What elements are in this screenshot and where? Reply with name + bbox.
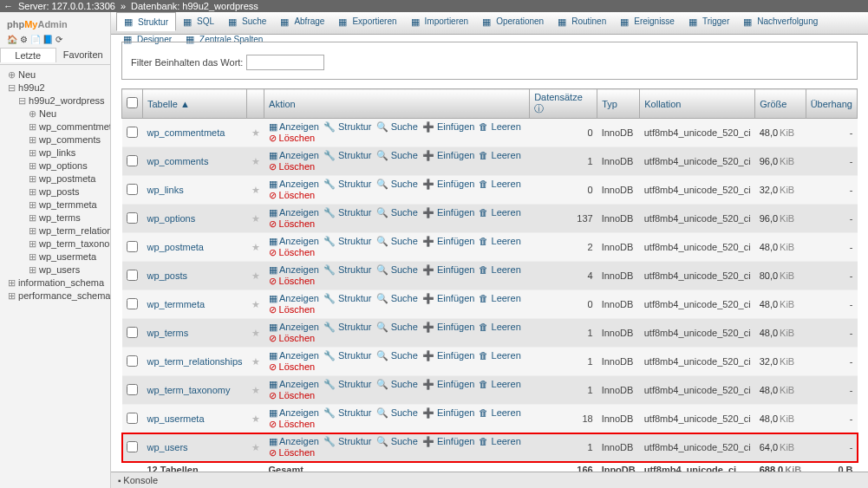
star-icon[interactable]: ★ — [251, 299, 260, 309]
drop-action[interactable]: ⊘ Löschen — [269, 247, 316, 257]
search-action[interactable]: 🔍 Suche — [376, 207, 418, 218]
row-checkbox[interactable] — [127, 441, 138, 452]
drop-action[interactable]: ⊘ Löschen — [269, 190, 316, 200]
empty-action[interactable]: 🗑 Leeren — [479, 407, 520, 418]
filter-input[interactable] — [246, 55, 324, 70]
table-name-link[interactable]: wp_postmeta — [143, 233, 247, 262]
star-icon[interactable]: ★ — [251, 385, 260, 395]
table-name-link[interactable]: wp_options — [143, 205, 247, 233]
drop-action[interactable]: ⊘ Löschen — [269, 133, 316, 143]
table-name-link[interactable]: wp_links — [143, 176, 247, 205]
insert-action[interactable]: ➕ Einfügen — [422, 150, 474, 160]
insert-action[interactable]: ➕ Einfügen — [422, 379, 474, 389]
insert-action[interactable]: ➕ Einfügen — [422, 121, 474, 132]
browse-action[interactable]: ▦ Anzeigen — [269, 293, 319, 303]
tree-item-wp_postmeta[interactable]: ⊞ wp_postmeta — [2, 172, 108, 185]
favorites-tab[interactable]: Favoriten — [56, 48, 111, 62]
star-icon[interactable]: ★ — [251, 413, 260, 424]
browse-action[interactable]: ▦ Anzeigen — [269, 379, 319, 389]
row-checkbox[interactable] — [127, 384, 138, 395]
star-icon[interactable]: ★ — [251, 156, 260, 166]
empty-action[interactable]: 🗑 Leeren — [479, 179, 520, 189]
tree-item-wp_options[interactable]: ⊞ wp_options — [2, 159, 108, 172]
empty-action[interactable]: 🗑 Leeren — [479, 293, 520, 303]
row-checkbox[interactable] — [127, 298, 138, 309]
structure-action[interactable]: 🔧 Struktur — [323, 207, 372, 218]
row-checkbox[interactable] — [127, 413, 138, 424]
tree-db[interactable]: ⊟ h99u2 — [2, 81, 108, 94]
tree-item-wp_usermeta[interactable]: ⊞ wp_usermeta — [2, 251, 108, 264]
structure-action[interactable]: 🔧 Struktur — [323, 293, 372, 303]
tree-item-wp_termmeta[interactable]: ⊞ wp_termmeta — [2, 198, 108, 211]
tab-importieren[interactable]: ▦Importieren — [404, 13, 476, 30]
drop-action[interactable]: ⊘ Löschen — [269, 304, 316, 315]
table-name-link[interactable]: wp_commentmeta — [143, 119, 247, 147]
empty-action[interactable]: 🗑 Leeren — [479, 150, 520, 160]
insert-action[interactable]: ➕ Einfügen — [422, 264, 474, 275]
insert-action[interactable]: ➕ Einfügen — [422, 322, 474, 332]
empty-action[interactable]: 🗑 Leeren — [479, 436, 520, 446]
tab-trigger[interactable]: ▦Trigger — [682, 13, 736, 30]
row-checkbox[interactable] — [127, 327, 138, 338]
table-name-link[interactable]: wp_comments — [143, 147, 247, 176]
star-icon[interactable]: ★ — [251, 185, 260, 195]
search-action[interactable]: 🔍 Suche — [376, 293, 418, 303]
structure-action[interactable]: 🔧 Struktur — [323, 350, 372, 361]
row-checkbox[interactable] — [127, 155, 138, 166]
server-crumb[interactable]: Server: 127.0.0.1:3306 — [18, 1, 115, 11]
empty-action[interactable]: 🗑 Leeren — [479, 379, 520, 389]
star-icon[interactable]: ★ — [251, 442, 260, 452]
structure-action[interactable]: 🔧 Struktur — [323, 407, 372, 418]
search-action[interactable]: 🔍 Suche — [376, 150, 418, 160]
row-checkbox[interactable] — [127, 127, 138, 138]
tree-item-wp_links[interactable]: ⊞ wp_links — [2, 146, 108, 159]
browse-action[interactable]: ▦ Anzeigen — [269, 236, 319, 246]
tree-item-wp_terms[interactable]: ⊞ wp_terms — [2, 211, 108, 224]
browse-action[interactable]: ▦ Anzeigen — [269, 264, 319, 275]
toolbar-icons[interactable]: 🏠 ⚙ 📄 📘 ⟳ — [0, 35, 110, 44]
col-table[interactable]: Tabelle ▲ — [143, 89, 247, 119]
insert-action[interactable]: ➕ Einfügen — [422, 436, 474, 446]
tab-routinen[interactable]: ▦Routinen — [551, 13, 613, 30]
col-type[interactable]: Typ — [597, 89, 640, 119]
browse-action[interactable]: ▦ Anzeigen — [269, 436, 319, 446]
search-action[interactable]: 🔍 Suche — [376, 121, 418, 132]
console-bar[interactable]: ▪ Konsole — [111, 472, 868, 488]
col-rows[interactable]: Datensätze ⓘ — [530, 89, 597, 119]
tab-nachverfolgung[interactable]: ▦Nachverfolgung — [736, 13, 825, 30]
col-size[interactable]: Größe — [755, 89, 806, 119]
structure-action[interactable]: 🔧 Struktur — [323, 379, 372, 389]
row-checkbox[interactable] — [127, 270, 138, 281]
insert-action[interactable]: ➕ Einfügen — [422, 236, 474, 246]
empty-action[interactable]: 🗑 Leeren — [479, 121, 520, 132]
table-name-link[interactable]: wp_terms — [143, 319, 247, 348]
star-icon[interactable]: ★ — [251, 356, 260, 367]
tree-item-wp_comments[interactable]: ⊞ wp_comments — [2, 133, 108, 146]
structure-action[interactable]: 🔧 Struktur — [323, 236, 372, 246]
star-icon[interactable]: ★ — [251, 270, 260, 281]
tree-item-wp_posts[interactable]: ⊞ wp_posts — [2, 185, 108, 198]
empty-action[interactable]: 🗑 Leeren — [479, 236, 520, 246]
tab-suche[interactable]: ▦Suche — [221, 13, 273, 30]
table-name-link[interactable]: wp_posts — [143, 262, 247, 290]
search-action[interactable]: 🔍 Suche — [376, 436, 418, 446]
tab-ereignisse[interactable]: ▦Ereignisse — [613, 13, 682, 30]
tree-item-Neu[interactable]: ⊕ Neu — [2, 107, 108, 120]
star-icon[interactable]: ★ — [251, 328, 260, 338]
star-icon[interactable]: ★ — [251, 242, 260, 252]
drop-action[interactable]: ⊘ Löschen — [269, 276, 316, 286]
tree-item-wp_commentmeta[interactable]: ⊞ wp_commentmeta — [2, 120, 108, 133]
browse-action[interactable]: ▦ Anzeigen — [269, 150, 319, 160]
table-name-link[interactable]: wp_users — [143, 433, 247, 462]
col-collation[interactable]: Kollation — [640, 89, 755, 119]
structure-action[interactable]: 🔧 Struktur — [323, 264, 372, 275]
tree-item-wp_users[interactable]: ⊞ wp_users — [2, 264, 108, 277]
structure-action[interactable]: 🔧 Struktur — [323, 179, 372, 189]
table-name-link[interactable]: wp_termmeta — [143, 290, 247, 319]
col-overhead[interactable]: Überhang — [806, 89, 857, 119]
drop-action[interactable]: ⊘ Löschen — [269, 447, 316, 458]
tree-item-wp_term_taxonomy[interactable]: ⊞ wp_term_taxonomy — [2, 237, 108, 251]
tab-operationen[interactable]: ▦Operationen — [475, 13, 551, 30]
search-action[interactable]: 🔍 Suche — [376, 179, 418, 189]
tab-exportieren[interactable]: ▦Exportieren — [331, 13, 403, 30]
